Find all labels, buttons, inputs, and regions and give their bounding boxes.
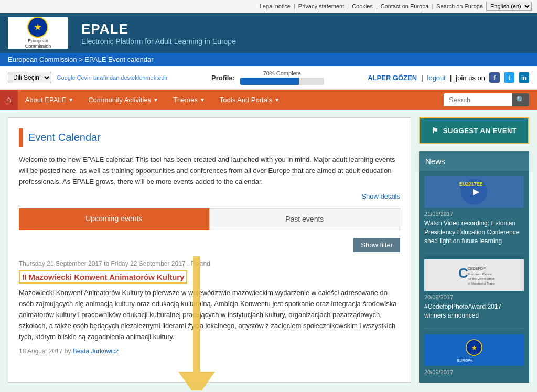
cookies-link[interactable]: Cookies — [352, 3, 373, 9]
profile-bar-left: Dili Seçin Google Çeviri tarafından dest… — [8, 72, 168, 83]
suggest-label: SUGGEST AN EVENT — [443, 127, 517, 135]
news-thumbnail-1: ▶ EU2017EE — [424, 176, 524, 208]
news-title: News — [419, 151, 529, 171]
google-icon: Google — [57, 74, 75, 81]
svg-text:of Vocational Training: of Vocational Training — [468, 282, 495, 285]
profile-progress: 70% Complete — [240, 70, 324, 85]
top-bar: Legal notice | Privacy statement | Cooki… — [0, 0, 537, 13]
eu-circle-icon: ★ — [27, 17, 48, 38]
news-title-1: Watch Video recording: Estonian Presiden… — [424, 219, 524, 245]
search-europa-link[interactable]: Search on Europa — [436, 3, 483, 9]
eu-logo: ★ EuropeanCommission — [25, 17, 51, 49]
search-button[interactable]: 🔍 — [512, 93, 529, 106]
nav-about-epale[interactable]: About EPALE ▼ — [18, 91, 81, 109]
language-selector[interactable]: Dili Seçin — [8, 72, 51, 83]
logo-area: ★ EuropeanCommission EPALE Electronic Pl… — [8, 17, 236, 49]
filter-bar: Show filter — [19, 238, 400, 252]
suggest-event-button[interactable]: ⚑ SUGGEST AN EVENT — [419, 117, 529, 144]
logo-box: ★ EuropeanCommission — [8, 17, 68, 49]
news-item-2: C CEDEFOP European Centre for the Develo… — [419, 259, 529, 325]
news-date-3: 20/09/2017 — [424, 369, 524, 375]
chevron-down-icon: ▼ — [153, 97, 158, 103]
svg-text:European Centre: European Centre — [468, 273, 492, 276]
dili-secin-select[interactable]: Dili Seçin — [8, 72, 51, 83]
chevron-down-icon: ▼ — [68, 97, 73, 103]
tab-past-events[interactable]: Past events — [209, 208, 401, 230]
join-us-label: join us on — [456, 74, 485, 82]
progress-text: 70% Complete — [263, 70, 301, 77]
profile-label: Profile: — [211, 74, 235, 82]
news-box: News ▶ EU2017EE 21/09/2017 Watch Video r… — [419, 151, 529, 383]
news-image-1: ▶ EU2017EE — [453, 176, 495, 208]
facebook-icon[interactable]: f — [489, 72, 500, 83]
linkedin-icon[interactable]: in — [519, 72, 529, 83]
event-author: 18 August 2017 by Beata Jurkowicz — [19, 347, 400, 355]
event-description: Welcome to the new EPALE calendar! This … — [19, 155, 400, 187]
language-select[interactable]: English (en) — [486, 2, 532, 11]
legal-notice-link[interactable]: Legal notice — [260, 3, 291, 9]
username: ALPER GÖZEN — [368, 74, 417, 82]
progress-bar — [240, 78, 324, 85]
site-title-area: EPALE Electronic Platform for Adult Lear… — [81, 21, 236, 46]
news-date-2: 20/09/2017 — [424, 294, 524, 300]
event-date: Thursday 21 September 2017 to Friday 22 … — [19, 260, 400, 267]
privacy-statement-link[interactable]: Privacy statement — [298, 3, 344, 9]
profile-bar: Dili Seçin Google Çeviri tarafından dest… — [0, 66, 537, 90]
news-thumbnail-2: C CEDEFOP European Centre for the Develo… — [424, 259, 524, 291]
chevron-down-icon: ▼ — [274, 97, 280, 103]
nav-tools-portals[interactable]: Tools And Portals ▼ — [212, 91, 287, 109]
page-title: Event Calendar — [28, 132, 101, 144]
header: ★ EuropeanCommission EPALE Electronic Pl… — [0, 13, 537, 53]
svg-text:C: C — [458, 265, 468, 281]
svg-text:★: ★ — [471, 344, 477, 352]
profile-center: Profile: 70% Complete — [211, 70, 324, 85]
svg-text:▶: ▶ — [473, 187, 480, 196]
contact-europa-link[interactable]: Contact on Europa — [381, 3, 429, 9]
news-image-2: C CEDEFOP European Centre for the Develo… — [453, 259, 495, 291]
news-thumbnail-3: ★ EUROPA — [424, 334, 524, 366]
event-body: Mazowiecki Konwent Animatorów Kultury to… — [19, 288, 400, 342]
breadcrumb: European Commission > EPALE Event calend… — [0, 53, 537, 66]
profile-right: ALPER GÖZEN | logout | join us on f t in — [368, 72, 529, 83]
logout-link[interactable]: logout — [427, 74, 446, 82]
svg-text:CEDEFOP: CEDEFOP — [468, 267, 486, 270]
news-date-1: 21/09/2017 — [424, 211, 524, 217]
breadcrumb-current: EPALE Event calendar — [84, 56, 153, 63]
news-item-3: ★ EUROPA 20/09/2017 — [419, 334, 529, 383]
svg-text:EUROPA: EUROPA — [457, 358, 472, 362]
event-author-link[interactable]: Beata Jurkowicz — [73, 347, 119, 355]
twitter-icon[interactable]: t — [504, 72, 514, 83]
show-details-link[interactable]: Show details — [19, 192, 400, 200]
search-input[interactable] — [444, 93, 512, 106]
title-accent — [19, 128, 23, 147]
news-title-2: #CedefopPhotoAward 2017 winners announce… — [424, 302, 524, 320]
nav-themes[interactable]: Themes ▼ — [166, 91, 212, 109]
flag-icon: ⚑ — [432, 126, 439, 135]
eu-label: EuropeanCommission — [25, 39, 51, 49]
event-item: Thursday 21 September 2017 to Friday 22 … — [19, 260, 400, 355]
main-container: Event Calendar Welcome to the new EPALE … — [0, 110, 537, 390]
show-filter-button[interactable]: Show filter — [353, 238, 400, 252]
breadcrumb-home[interactable]: European Commission — [8, 56, 77, 63]
nav-bar: ⌂ About EPALE ▼ Community Activities ▼ T… — [0, 90, 537, 110]
nav-community-activities[interactable]: Community Activities ▼ — [81, 91, 166, 109]
page-title-area: Event Calendar — [19, 128, 400, 147]
progress-bar-fill — [240, 78, 299, 85]
event-tabs: Upcoming events Past events — [19, 208, 400, 230]
event-title-link[interactable]: II Mazowiecki Konwent Animatorów Kultury — [19, 270, 187, 284]
search-bar: 🔍 — [444, 93, 529, 106]
svg-text:for the Development: for the Development — [468, 277, 495, 280]
news-image-3: ★ EUROPA — [453, 334, 495, 366]
chevron-down-icon: ▼ — [200, 97, 205, 103]
home-nav-button[interactable]: ⌂ — [0, 90, 18, 110]
sidebar: ⚑ SUGGEST AN EVENT News ▶ EU2017EE 21/09… — [419, 117, 529, 383]
news-divider-2 — [424, 330, 524, 330]
site-subtitle: Electronic Platform for Adult Learning i… — [81, 37, 236, 46]
tab-upcoming-events[interactable]: Upcoming events — [19, 208, 209, 230]
site-name: EPALE — [81, 21, 236, 37]
google-translate-label: Google Çeviri tarafından desteklenmekted… — [57, 74, 168, 81]
svg-text:EU2017EE: EU2017EE — [459, 181, 483, 187]
main-content: Event Calendar Welcome to the new EPALE … — [8, 117, 411, 383]
news-item-1: ▶ EU2017EE 21/09/2017 Watch Video record… — [419, 176, 529, 251]
news-divider-1 — [424, 255, 524, 255]
